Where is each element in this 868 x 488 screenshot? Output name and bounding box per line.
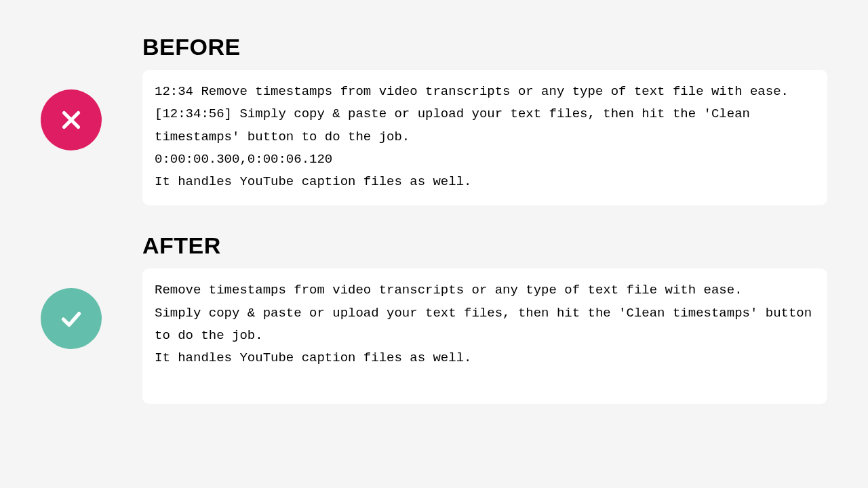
before-text: 12:34 Remove timestamps from video trans… bbox=[155, 81, 815, 193]
before-content: BEFORE 12:34 Remove timestamps from vide… bbox=[142, 34, 827, 205]
after-heading: AFTER bbox=[142, 232, 827, 259]
after-section: AFTER Remove timestamps from video trans… bbox=[41, 232, 827, 404]
before-card: 12:34 Remove timestamps from video trans… bbox=[142, 70, 827, 205]
after-content: AFTER Remove timestamps from video trans… bbox=[142, 232, 827, 404]
after-card: Remove timestamps from video transcripts… bbox=[142, 268, 827, 404]
cross-icon bbox=[41, 89, 102, 150]
after-text: Remove timestamps from video transcripts… bbox=[155, 279, 815, 369]
before-section: BEFORE 12:34 Remove timestamps from vide… bbox=[41, 34, 827, 205]
before-heading: BEFORE bbox=[142, 34, 827, 60]
check-icon bbox=[41, 288, 102, 349]
